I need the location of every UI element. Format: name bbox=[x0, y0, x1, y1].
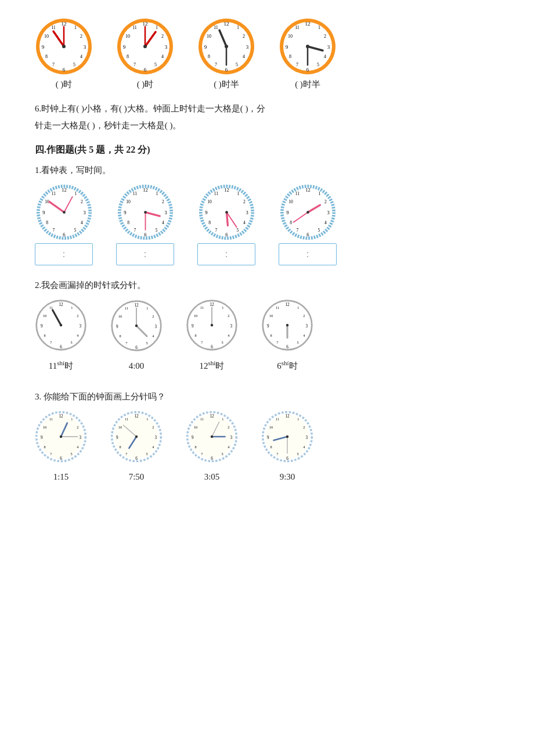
svg-text:1: 1 bbox=[146, 417, 148, 421]
svg-point-50 bbox=[225, 45, 228, 48]
svg-text:3: 3 bbox=[306, 435, 308, 440]
q2-label-3: 12shí时 bbox=[200, 357, 225, 375]
svg-text:1: 1 bbox=[156, 25, 158, 30]
svg-text:10: 10 bbox=[44, 34, 49, 39]
svg-text:3: 3 bbox=[164, 210, 167, 215]
svg-text:4: 4 bbox=[80, 54, 82, 59]
svg-text:11: 11 bbox=[51, 191, 56, 196]
svg-text:12: 12 bbox=[59, 414, 63, 419]
svg-text:9: 9 bbox=[42, 210, 45, 215]
svg-text:11: 11 bbox=[276, 305, 279, 309]
svg-text:3: 3 bbox=[306, 324, 308, 329]
svg-text:7: 7 bbox=[52, 227, 55, 232]
svg-line-117 bbox=[226, 212, 228, 225]
section4-title: 四.作图题(共 5 题，共 22 分) bbox=[35, 144, 499, 156]
q3-text: 3. 你能给下面的钟面画上分针吗？ bbox=[35, 388, 499, 405]
clock-item-2: 12 3 6 9 1 2 4 5 7 8 10 11 ( )时 bbox=[116, 17, 174, 90]
svg-text:5: 5 bbox=[146, 452, 147, 456]
svg-text:6: 6 bbox=[211, 345, 213, 350]
q2-label-4: 6shí时 bbox=[277, 357, 297, 375]
svg-text:5: 5 bbox=[236, 227, 239, 232]
q3-label-2: 7:50 bbox=[129, 469, 145, 485]
svg-text:12: 12 bbox=[62, 21, 67, 27]
clock-svg-1: 12 3 6 9 1 2 4 5 7 8 10 11 bbox=[35, 17, 93, 75]
svg-text:6: 6 bbox=[135, 456, 138, 461]
q1-time-box-1[interactable]: : bbox=[35, 243, 93, 265]
svg-text:9: 9 bbox=[286, 44, 288, 50]
q1-time-box-3[interactable]: : bbox=[197, 243, 255, 265]
svg-text:1: 1 bbox=[74, 25, 77, 30]
svg-text:8: 8 bbox=[44, 445, 46, 449]
svg-text:1: 1 bbox=[297, 417, 299, 421]
svg-text:3: 3 bbox=[155, 435, 157, 440]
clock-svg-4: 12 3 6 9 1 2 4 5 7 8 10 11 bbox=[279, 17, 337, 75]
svg-text:5: 5 bbox=[221, 340, 223, 344]
q2-clock-4: 12 3 6 9 1 2 4 5 7 8 10 11 6shí时 bbox=[261, 299, 313, 375]
svg-text:6: 6 bbox=[211, 456, 213, 461]
svg-text:9: 9 bbox=[192, 435, 194, 440]
svg-text:6: 6 bbox=[306, 67, 309, 73]
svg-text:2: 2 bbox=[243, 199, 246, 204]
svg-text:10: 10 bbox=[207, 199, 212, 204]
svg-text:2: 2 bbox=[324, 199, 327, 204]
svg-text:6: 6 bbox=[286, 456, 288, 461]
q1-clock-3: 12 3 6 9 1 2 4 5 7 8 10 11 : bbox=[197, 185, 255, 265]
svg-text:2: 2 bbox=[80, 34, 82, 39]
q1-time-box-4[interactable]: : bbox=[279, 243, 337, 265]
svg-text:2: 2 bbox=[303, 425, 305, 429]
svg-text:5: 5 bbox=[317, 62, 319, 67]
svg-text:12: 12 bbox=[134, 414, 139, 419]
svg-text:8: 8 bbox=[195, 333, 197, 337]
svg-text:1: 1 bbox=[318, 191, 320, 196]
q6-text: 6.时钟上有( )小格，有( )大格。钟面上时针走一大格是( )，分 针走一大格… bbox=[35, 100, 499, 134]
svg-text:11: 11 bbox=[49, 305, 53, 309]
svg-text:8: 8 bbox=[270, 445, 272, 449]
svg-text:5: 5 bbox=[74, 227, 76, 232]
svg-point-217 bbox=[60, 435, 63, 438]
svg-text:6: 6 bbox=[144, 67, 147, 73]
q3-clock-svg-3: 12 3 6 9 1 2 4 5 7 8 10 11 bbox=[186, 411, 238, 463]
svg-text:4: 4 bbox=[243, 220, 246, 225]
svg-text:11: 11 bbox=[49, 417, 53, 421]
svg-text:10: 10 bbox=[207, 34, 211, 39]
svg-text:9: 9 bbox=[41, 324, 43, 329]
svg-text:1: 1 bbox=[222, 305, 223, 309]
svg-text:8: 8 bbox=[290, 220, 292, 225]
svg-text:5: 5 bbox=[154, 62, 157, 67]
svg-text:10: 10 bbox=[194, 425, 197, 429]
svg-text:10: 10 bbox=[194, 314, 197, 318]
orange-clocks-row: 12 3 6 9 1 2 4 5 7 8 10 11 ( )时 bbox=[35, 17, 499, 90]
svg-text:3: 3 bbox=[80, 435, 82, 440]
q2-clock-1: 12 3 6 9 1 2 4 5 7 8 10 11 11shí时 bbox=[35, 299, 87, 375]
svg-text:9: 9 bbox=[123, 44, 126, 50]
svg-text:5: 5 bbox=[317, 227, 320, 232]
svg-text:8: 8 bbox=[208, 220, 211, 225]
q2-clock-svg-2: 12 3 6 9 1 2 4 5 7 8 10 11 bbox=[110, 300, 163, 352]
svg-point-151 bbox=[60, 324, 63, 327]
clock-svg-2: 12 3 6 9 1 2 4 5 7 8 10 11 bbox=[116, 17, 174, 75]
svg-text:7: 7 bbox=[296, 227, 298, 232]
q1-clock-1: 12 3 6 9 1 2 4 5 7 8 10 11 : bbox=[35, 185, 93, 265]
svg-text:7: 7 bbox=[134, 227, 136, 232]
svg-text:7: 7 bbox=[215, 62, 217, 67]
svg-text:6: 6 bbox=[225, 232, 228, 237]
svg-text:12: 12 bbox=[59, 303, 63, 307]
svg-text:4: 4 bbox=[324, 54, 326, 59]
svg-text:5: 5 bbox=[73, 62, 75, 67]
svg-text:5: 5 bbox=[221, 452, 223, 456]
svg-text:11: 11 bbox=[200, 417, 204, 421]
svg-text:2: 2 bbox=[77, 314, 78, 318]
svg-text:6: 6 bbox=[63, 67, 66, 73]
q3-label-4: 9:30 bbox=[280, 469, 295, 485]
q1-time-box-2[interactable]: : bbox=[116, 243, 174, 265]
svg-text:3: 3 bbox=[230, 324, 233, 329]
svg-text:9: 9 bbox=[42, 44, 45, 50]
q3-clock-svg-2: 12 3 6 9 1 2 4 5 7 8 10 11 bbox=[110, 411, 163, 463]
section-orange-clocks: 12 3 6 9 1 2 4 5 7 8 10 11 ( )时 bbox=[35, 17, 499, 90]
svg-text:8: 8 bbox=[127, 54, 129, 59]
svg-text:12: 12 bbox=[210, 303, 214, 307]
svg-text:6: 6 bbox=[60, 456, 62, 461]
q2-label-2: 4:00 bbox=[129, 358, 145, 375]
svg-text:3: 3 bbox=[84, 44, 86, 50]
svg-text:10: 10 bbox=[288, 34, 293, 39]
